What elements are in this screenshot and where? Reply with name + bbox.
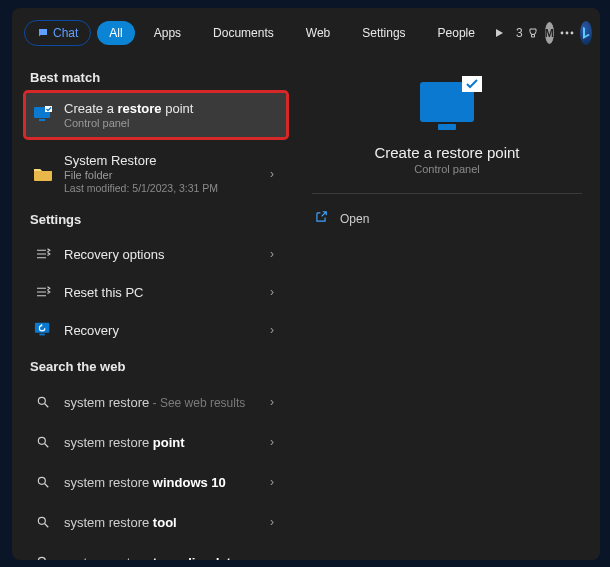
svg-point-16 — [38, 557, 45, 560]
settings-icon — [32, 281, 54, 303]
divider — [312, 193, 582, 194]
bing-button[interactable] — [580, 21, 592, 45]
ellipsis-icon — [560, 31, 574, 35]
avatar-letter: M — [545, 27, 554, 39]
chevron-right-icon: › — [270, 323, 276, 337]
svg-line-13 — [45, 484, 49, 488]
web-suggestion-label: system restore tool — [64, 515, 260, 530]
svg-rect-4 — [39, 119, 45, 121]
recovery-icon — [32, 319, 54, 341]
monitor-check-icon — [420, 82, 474, 122]
preview-panel: Create a restore point Control panel Ope… — [294, 56, 600, 560]
web-suggestion[interactable]: system restore windows 10 › — [26, 462, 286, 502]
search-window: Chat All Apps Documents Web Settings Peo… — [12, 8, 600, 560]
tab-web[interactable]: Web — [293, 20, 343, 46]
web-suggestion-label: system restore point — [64, 435, 260, 450]
chat-icon — [37, 27, 49, 39]
search-icon — [32, 551, 54, 560]
tab-overflow-button[interactable] — [494, 22, 504, 44]
result-system-restore-folder[interactable]: System Restore File folder Last modified… — [26, 145, 286, 202]
action-open-label: Open — [340, 212, 369, 226]
trophy-icon — [527, 27, 539, 39]
result-label: System Restore — [64, 153, 260, 168]
play-icon — [494, 28, 504, 38]
settings-item-label: Recovery — [64, 323, 260, 338]
result-label: Create a restore point — [64, 101, 276, 116]
settings-item-label: Reset this PC — [64, 285, 260, 300]
web-suggestion[interactable]: system restore tool › — [26, 502, 286, 542]
tab-chat-label: Chat — [53, 26, 78, 40]
svg-point-1 — [565, 32, 568, 35]
settings-item-label: Recovery options — [64, 247, 260, 262]
user-avatar[interactable]: M — [545, 22, 554, 44]
chevron-right-icon: › — [270, 247, 276, 261]
tab-people[interactable]: People — [425, 20, 488, 46]
svg-point-14 — [38, 517, 45, 524]
result-meta: Last modified: 5/1/2023, 3:31 PM — [64, 182, 260, 194]
tab-apps[interactable]: Apps — [141, 20, 194, 46]
svg-rect-7 — [39, 334, 44, 336]
svg-line-9 — [45, 404, 49, 408]
search-icon — [32, 471, 54, 493]
search-icon — [32, 431, 54, 453]
tab-documents-label: Documents — [213, 26, 274, 40]
settings-item-recovery[interactable]: Recovery › — [26, 311, 286, 349]
chevron-right-icon: › — [270, 435, 276, 449]
preview-title: Create a restore point — [374, 144, 519, 161]
result-create-restore-point[interactable]: Create a restore point Control panel — [26, 93, 286, 137]
folder-icon — [32, 163, 54, 185]
tab-documents[interactable]: Documents — [200, 20, 287, 46]
settings-icon — [32, 243, 54, 265]
rewards-count[interactable]: 3 — [516, 26, 539, 40]
top-tabbar: Chat All Apps Documents Web Settings Peo… — [12, 8, 600, 56]
section-best-match: Best match — [30, 70, 286, 85]
web-suggestion[interactable]: system restore to earlier date › — [26, 542, 286, 560]
tab-all[interactable]: All — [97, 21, 134, 45]
search-icon — [32, 391, 54, 413]
search-icon — [32, 511, 54, 533]
svg-line-11 — [45, 444, 49, 448]
chevron-right-icon: › — [270, 515, 276, 529]
result-sub: Control panel — [64, 117, 276, 129]
settings-item-reset-pc[interactable]: Reset this PC › — [26, 273, 286, 311]
monitor-icon — [32, 104, 54, 126]
tab-apps-label: Apps — [154, 26, 181, 40]
chevron-right-icon: › — [270, 395, 276, 409]
action-open[interactable]: Open — [312, 204, 582, 233]
chevron-right-icon: › — [270, 475, 276, 489]
web-suggestion-label: system restore to earlier date — [64, 555, 260, 561]
web-suggestion[interactable]: system restore point › — [26, 422, 286, 462]
tab-all-label: All — [109, 26, 122, 40]
web-suggestion[interactable]: system restore - See web results › — [26, 382, 286, 422]
chevron-right-icon: › — [270, 555, 276, 560]
tab-settings[interactable]: Settings — [349, 20, 418, 46]
svg-point-2 — [570, 32, 573, 35]
result-sub: File folder — [64, 169, 260, 181]
svg-point-10 — [38, 437, 45, 444]
preview-sub: Control panel — [414, 163, 479, 175]
svg-point-12 — [38, 477, 45, 484]
settings-item-recovery-options[interactable]: Recovery options › — [26, 235, 286, 273]
tab-chat[interactable]: Chat — [24, 20, 91, 46]
tab-people-label: People — [438, 26, 475, 40]
web-suggestion-label: system restore windows 10 — [64, 475, 260, 490]
bing-icon — [580, 26, 592, 40]
chevron-right-icon: › — [270, 285, 276, 299]
svg-point-8 — [38, 397, 45, 404]
tab-web-label: Web — [306, 26, 330, 40]
results-panel: Best match Create a restore point Contro… — [12, 56, 294, 560]
svg-point-0 — [560, 32, 563, 35]
section-search-web: Search the web — [30, 359, 286, 374]
section-settings: Settings — [30, 212, 286, 227]
open-icon — [314, 210, 328, 227]
tab-settings-label: Settings — [362, 26, 405, 40]
svg-rect-5 — [45, 106, 52, 112]
rewards-count-number: 3 — [516, 26, 523, 40]
svg-line-15 — [45, 524, 49, 528]
web-suggestion-label: system restore - See web results — [64, 395, 260, 410]
more-button[interactable] — [560, 22, 574, 44]
chevron-right-icon: › — [270, 167, 276, 181]
